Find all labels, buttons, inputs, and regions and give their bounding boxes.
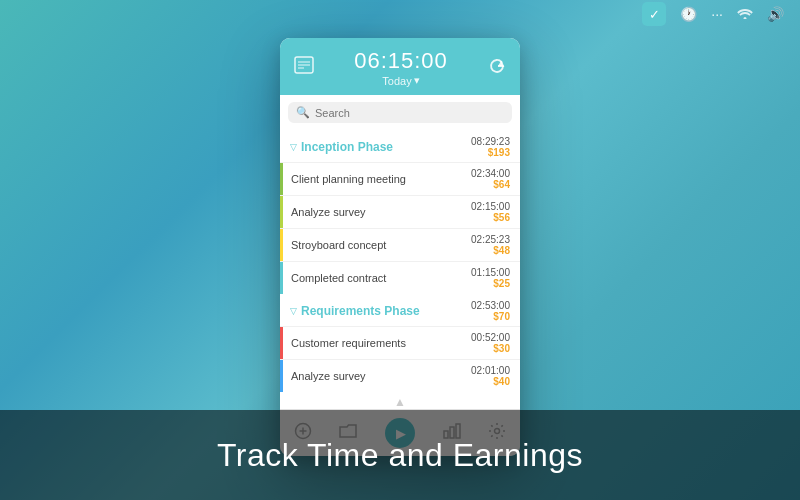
list-item[interactable]: Analyze survey 02:15:00 $56 (280, 195, 520, 228)
wifi-menu-icon (737, 6, 753, 22)
group-header-inception[interactable]: ▽ Inception Phase 08:29:23 $193 (280, 130, 520, 162)
app-menu-icon[interactable]: ✓ (642, 2, 666, 26)
app-header: 06:15:00 Today ▾ (280, 38, 520, 95)
current-time: 06:15:00 (354, 48, 448, 74)
search-icon: 🔍 (296, 106, 310, 119)
group-title-requirements: Requirements Phase (301, 304, 420, 318)
item-name: Analyze survey (291, 206, 366, 218)
item-name: Completed contract (291, 272, 386, 284)
item-earnings: $48 (471, 245, 510, 256)
search-bar[interactable]: 🔍 (288, 102, 512, 123)
item-time: 02:01:00 (471, 365, 510, 376)
group-time-inception: 08:29:23 (471, 136, 510, 147)
item-earnings: $56 (471, 212, 510, 223)
entries-list: ▽ Inception Phase 08:29:23 $193 Client p… (280, 130, 520, 392)
item-time: 01:15:00 (471, 267, 510, 278)
group-earnings-inception: $193 (471, 147, 510, 158)
header-center: 06:15:00 Today ▾ (354, 48, 448, 87)
list-item[interactable]: Analyze survey 02:01:00 $40 (280, 359, 520, 392)
item-time: 02:34:00 (471, 168, 510, 179)
item-time: 00:52:00 (471, 332, 510, 343)
bottom-bar-title: Track Time and Earnings (217, 437, 583, 474)
menu-bar: ✓ 🕐 ··· 🔊 (0, 0, 800, 28)
item-name: Analyze survey (291, 370, 366, 382)
bottom-bar: Track Time and Earnings (0, 410, 800, 500)
dots-menu-icon: ··· (711, 6, 723, 22)
item-name: Customer requirements (291, 337, 406, 349)
item-earnings: $30 (471, 343, 510, 354)
clock-menu-icon: 🕐 (680, 6, 697, 22)
item-time: 02:25:23 (471, 234, 510, 245)
item-name: Client planning meeting (291, 173, 406, 185)
list-item[interactable]: Completed contract 01:15:00 $25 (280, 261, 520, 294)
item-name: Stroyboard concept (291, 239, 386, 251)
group-earnings-requirements: $70 (471, 311, 510, 322)
item-earnings: $25 (471, 278, 510, 289)
group-title-inception: Inception Phase (301, 140, 393, 154)
app-window: 06:15:00 Today ▾ 🔍 ▽ Inception Phase (280, 38, 520, 456)
group-time-requirements: 02:53:00 (471, 300, 510, 311)
collapse-requirements-icon[interactable]: ▽ (290, 306, 297, 316)
item-time: 02:15:00 (471, 201, 510, 212)
collapse-inception-icon[interactable]: ▽ (290, 142, 297, 152)
group-header-requirements[interactable]: ▽ Requirements Phase 02:53:00 $70 (280, 294, 520, 326)
volume-menu-icon: 🔊 (767, 6, 784, 22)
report-icon (294, 56, 314, 79)
item-earnings: $40 (471, 376, 510, 387)
scroll-down-icon: ▲ (394, 395, 406, 409)
refresh-icon[interactable] (488, 57, 506, 79)
item-earnings: $64 (471, 179, 510, 190)
list-item[interactable]: Client planning meeting 02:34:00 $64 (280, 162, 520, 195)
scroll-indicator: ▲ (280, 392, 520, 409)
list-item[interactable]: Customer requirements 00:52:00 $30 (280, 326, 520, 359)
search-input[interactable] (315, 107, 504, 119)
current-date[interactable]: Today ▾ (354, 74, 448, 87)
list-item[interactable]: Stroyboard concept 02:25:23 $48 (280, 228, 520, 261)
